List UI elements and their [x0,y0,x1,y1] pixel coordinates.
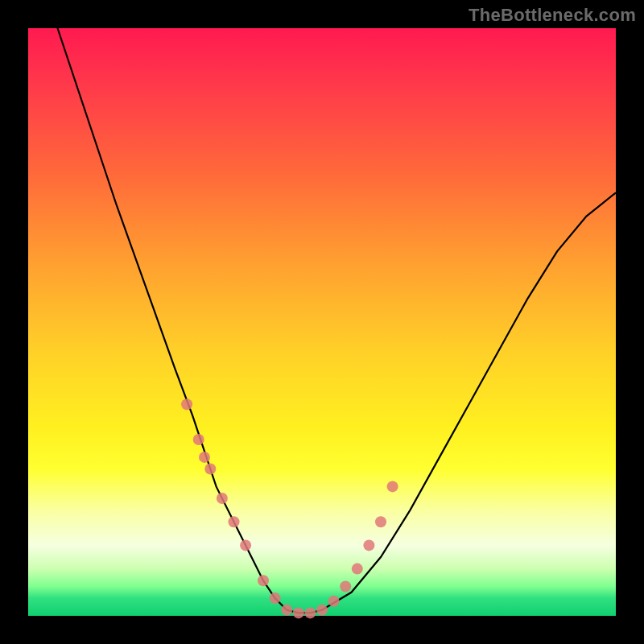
chart-container: TheBottleneck.com [0,0,644,644]
marker-dot [270,592,281,604]
chart-svg [28,28,616,616]
marker-dot [387,481,398,492]
marker-dot [352,564,363,575]
bottleneck-curve [58,28,617,613]
marker-dot [181,398,192,410]
marker-dot [293,607,304,618]
marker-group [181,398,398,618]
marker-dot [240,539,251,551]
marker-dot [328,596,340,607]
marker-dot [340,581,351,592]
watermark-text: TheBottleneck.com [469,5,636,26]
marker-dot [258,575,269,586]
marker-dot [363,539,374,551]
marker-dot [375,516,386,527]
marker-dot [217,493,228,504]
marker-dot [316,605,328,616]
marker-dot [204,464,216,475]
marker-dot [199,452,210,463]
marker-dot [193,434,204,445]
marker-dot [229,516,240,527]
marker-dot [304,607,316,618]
plot-area [28,28,616,616]
marker-dot [281,605,292,616]
